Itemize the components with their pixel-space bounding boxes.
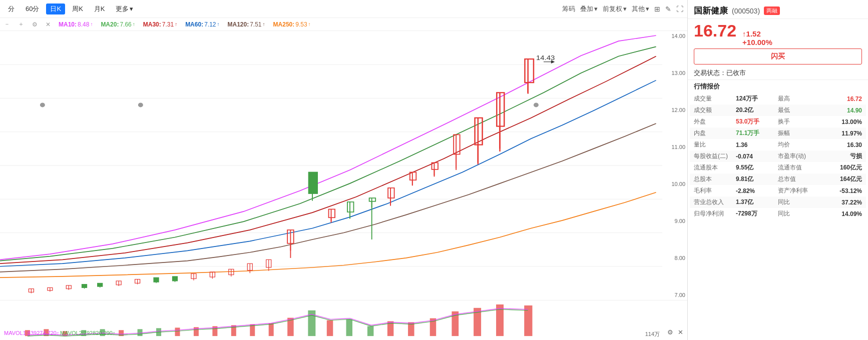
vol-close-icon[interactable]: ✕ [678, 328, 683, 336]
ma-minus[interactable]: － [4, 20, 10, 28]
flash-buy-button[interactable]: 闪买 [694, 48, 862, 64]
toolbar-fufuquan[interactable]: 前复权 ▾ [603, 4, 627, 14]
svg-rect-85 [175, 328, 180, 336]
ma20: MA20: 7.66 ↑ [101, 21, 135, 28]
price-row: 16.72 ↑1.52 +10.00% [688, 19, 868, 48]
volume-scale: 114万 [645, 330, 660, 338]
svg-point-75 [138, 102, 143, 107]
svg-point-76 [534, 102, 539, 107]
svg-rect-14 [82, 284, 87, 288]
svg-rect-24 [172, 276, 177, 281]
grid-icon[interactable]: ⊞ [654, 5, 660, 13]
vol-gear-icon[interactable]: ⚙ [667, 328, 673, 336]
stock-name: 国新健康 [694, 5, 728, 16]
table-row: 毛利率 -2.82% 资产净利率 -53.12% [690, 185, 866, 196]
svg-rect-39 [309, 172, 317, 194]
table-row: 归母净利润 -7298万 同比 14.09% [690, 208, 866, 220]
table-row: 每股收益(二) -0.074 市盈率(动) 亏损 [690, 150, 866, 162]
toolbar: 分 60分 日K 周K 月K 更多 ▾ 筹码 叠加 ▾ 前复权 ▾ 其他 ▾ ⊞… [0, 0, 687, 18]
svg-rect-48 [369, 198, 375, 202]
trade-status: 交易状态：已收市 [688, 66, 868, 80]
quote-table: 成交量 124万手 最高 16.72 成交额 20.2亿 最低 14.90 外盘… [688, 93, 868, 220]
svg-rect-16 [98, 283, 103, 286]
price-scale: 14.00 13.00 12.00 11.00 10.00 9.00 8.00 … [660, 31, 687, 300]
toolbar-rik[interactable]: 日K [46, 4, 65, 14]
right-panel: 国新健康 (000503) 两融 16.72 ↑1.52 +10.00% 闪买 … [688, 0, 868, 340]
volume-area: MAVOL1:839274.720↑ MAVOL2:792820.290↑ 11… [0, 300, 687, 340]
candlestick-chart: 14.43 [0, 31, 687, 300]
price-change: ↑1.52 +10.00% [742, 30, 772, 46]
mavol2-label: MAVOL2:792820.290↑ [60, 330, 115, 336]
ma-plus[interactable]: ＋ [18, 20, 24, 28]
ma-close[interactable]: ✕ [46, 21, 51, 28]
table-row: 量比 1.36 均价 16.30 [690, 139, 866, 150]
toolbar-chouma[interactable]: 筹码 [562, 4, 575, 14]
svg-rect-51 [388, 188, 394, 198]
edit-icon[interactable]: ✎ [665, 5, 671, 13]
stock-code: (000503) [732, 7, 760, 15]
toolbar-yuek[interactable]: 月K [90, 4, 109, 14]
ma120: MA120: 7.51 ↑ [228, 21, 265, 28]
price-change-abs: ↑1.52 [742, 30, 772, 38]
ma10: MA10: 8.48 ↑ [59, 21, 93, 28]
main-chart[interactable]: 14.43 14.00 13.00 12.00 11.00 10.00 9.00… [0, 31, 687, 300]
section-title: 行情报价 [688, 80, 868, 93]
svg-text:14.43: 14.43 [536, 54, 555, 62]
toolbar-60fen[interactable]: 60分 [22, 4, 43, 14]
table-row: 成交额 20.2亿 最低 14.90 [690, 104, 866, 116]
table-row: 流通股本 9.55亿 流通市值 160亿元 [690, 162, 866, 174]
ma30: MA30: 7.31 ↑ [143, 21, 177, 28]
ma60: MA60: 7.12 ↑ [185, 21, 219, 28]
mavol1-label: MAVOL1:839274.720↑ [4, 330, 59, 336]
price-change-pct: +10.00% [742, 38, 772, 46]
svg-rect-45 [347, 202, 353, 212]
svg-rect-69 [525, 59, 533, 82]
table-row: 内盘 71.1万手 振幅 11.97% [690, 128, 866, 139]
rp-header: 国新健康 (000503) 两融 [688, 0, 868, 19]
chart-area: 分 60分 日K 周K 月K 更多 ▾ 筹码 叠加 ▾ 前复权 ▾ 其他 ▾ ⊞… [0, 0, 688, 340]
table-row: 外盘 53.0万手 换手 13.00% [690, 116, 866, 128]
svg-rect-42 [329, 209, 335, 218]
svg-point-74 [40, 102, 45, 107]
svg-rect-90 [269, 323, 274, 336]
ma250: MA250: 9.53 ↑ [273, 21, 311, 28]
table-row: 营业总收入 1.37亿 同比 37.22% [690, 196, 866, 208]
svg-rect-95 [367, 326, 373, 336]
toolbar-more[interactable]: 更多 ▾ [112, 4, 137, 14]
table-row: 总股本 9.81亿 总市值 164亿元 [690, 174, 866, 185]
ma-gear[interactable]: ⚙ [32, 21, 38, 28]
toolbar-zhouk[interactable]: 周K [68, 4, 87, 14]
toolbar-diejia[interactable]: 叠加 ▾ [580, 4, 598, 14]
svg-rect-94 [346, 320, 352, 336]
current-price: 16.72 [694, 21, 736, 40]
toolbar-right: 筹码 叠加 ▾ 前复权 ▾ 其他 ▾ ⊞ ✎ ⛶ [562, 4, 683, 14]
stock-badge: 两融 [764, 6, 780, 15]
ma-line: － ＋ ⚙ ✕ MA10: 8.48 ↑ MA20: 7.66 ↑ MA30: … [0, 18, 687, 31]
toolbar-fen[interactable]: 分 [4, 4, 19, 14]
svg-rect-83 [138, 329, 143, 336]
table-row: 成交量 124万手 最高 16.72 [690, 93, 866, 104]
svg-rect-93 [327, 320, 333, 336]
svg-rect-22 [154, 278, 159, 282]
expand-icon[interactable]: ⛶ [676, 5, 683, 13]
toolbar-qita[interactable]: 其他 ▾ [632, 4, 649, 14]
